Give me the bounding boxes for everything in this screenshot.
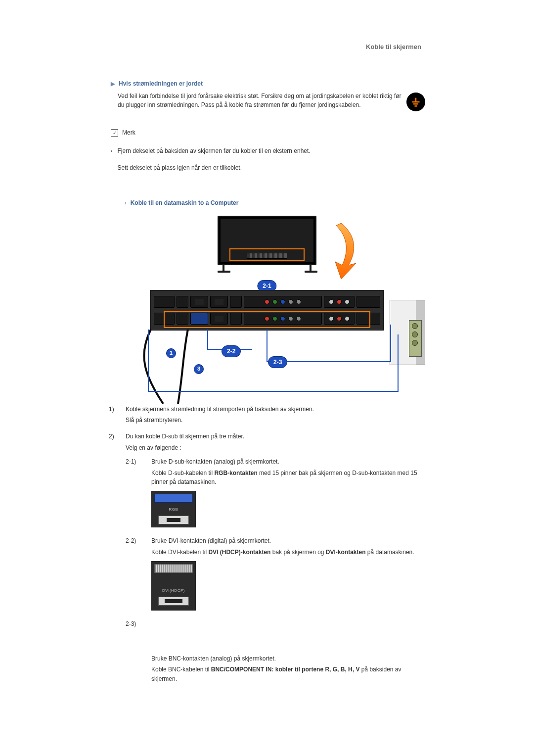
- connect-computer-heading: Koble til en datamaskin to a Computer: [131, 198, 239, 208]
- step-1-number: 1): [109, 405, 119, 427]
- bullet-icon: •: [111, 146, 113, 180]
- note-label-row: ✓ Merk: [111, 128, 135, 138]
- ground-heading: Hvis strømledningen er jordet: [119, 79, 203, 89]
- diagram-pc-tower: [376, 290, 425, 369]
- note-text-2: Sett dekselet på plass igjen når den er …: [118, 163, 425, 173]
- connector-label-rgb: RGB: [154, 505, 193, 516]
- step-2-number: 2): [109, 432, 119, 685]
- ground-symbol-icon: [406, 93, 425, 111]
- chevron-right-icon: ›: [125, 199, 127, 207]
- checkbox-check-icon: ✓: [111, 129, 118, 137]
- connector-figure-dvi: DVI(HDCP): [151, 561, 196, 611]
- callout-2-3: 2-3: [268, 356, 287, 369]
- connect-computer-heading-row: › Koble til en datamaskin to a Computer: [125, 198, 425, 208]
- note-text-1: Fjern dekselet på baksiden av skjermen f…: [118, 146, 425, 156]
- step-2-text-a: Du kan koble D-sub til skjermen på tre m…: [126, 432, 425, 441]
- diagram-monitor: [218, 216, 316, 271]
- step-2-3-text-a: Bruke BNC-kontakten (analog) på skjermko…: [151, 654, 425, 663]
- note-label: Merk: [122, 128, 135, 138]
- step-2-2-text-b: Koble DVI-kabelen til DVI (HDCP)-kontakt…: [151, 548, 425, 557]
- ground-body-text: Ved feil kan forbindelse til jord forårs…: [109, 92, 401, 110]
- ground-heading-row: ▶ Hvis strømledningen er jordet: [111, 79, 425, 89]
- connector-label-dvi: DVI(HDCP): [154, 586, 193, 597]
- step-2-1-text-b: Koble D-sub-kabelen til RGB-kontakten me…: [151, 469, 425, 487]
- step-2-text-b: Velg en av følgende :: [126, 443, 425, 453]
- step-1-text-b: Slå på strømbryteren.: [126, 416, 425, 425]
- step-2-1-number: 2-1): [126, 457, 142, 527]
- connection-diagram: 2-1: [138, 216, 396, 390]
- arrow-right-icon: ▶: [111, 80, 115, 88]
- callout-2-2: 2-2: [222, 345, 241, 358]
- callout-1: 1: [166, 348, 176, 358]
- step-2-3-text-b: Koble BNC-kabelen til BNC/COMPONENT IN: …: [151, 665, 425, 683]
- diagram-rear-panel-area: 2-1: [138, 290, 396, 331]
- step-2-2-text-a: Bruke DVI-kontakten (digital) på skjermk…: [151, 536, 425, 546]
- step-2-1-text-a: Bruke D-sub-kontakten (analog) på skjerm…: [151, 457, 425, 467]
- step-2-3-number: 2-3): [126, 619, 142, 686]
- step-list: 1) Koble skjermens strømledning til strø…: [109, 405, 425, 686]
- callout-3: 3: [194, 364, 204, 374]
- connector-figure-rgb: RGB: [151, 491, 196, 527]
- diagram-rear-panel: [150, 290, 384, 331]
- step-2-2-number: 2-2): [126, 536, 142, 610]
- step-1-text-a: Koble skjermens strømledning til strømpo…: [126, 405, 425, 414]
- page-title: Koble til skjermen: [109, 42, 425, 52]
- zoom-arrow-icon: [321, 221, 361, 280]
